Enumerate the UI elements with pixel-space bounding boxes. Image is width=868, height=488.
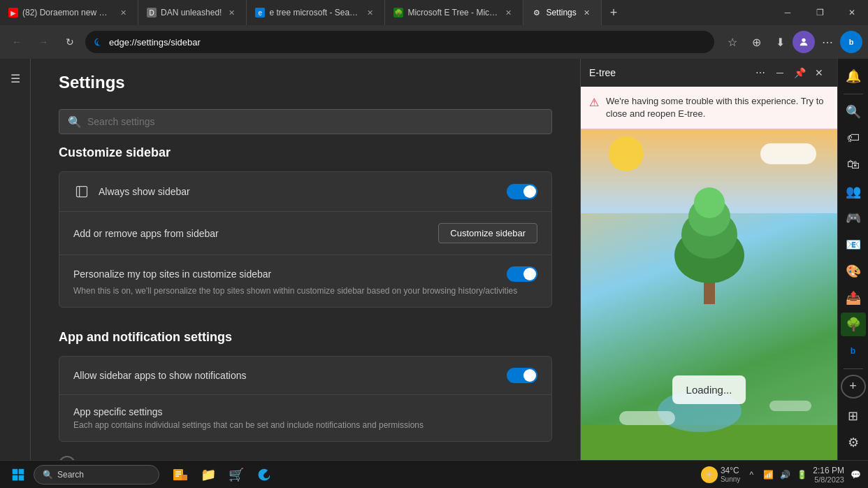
favorites-button[interactable]: ☆ [721, 31, 744, 53]
etree-error-text: We're having some trouble with this expe… [606, 95, 829, 120]
sidebar-icon-whiteboard[interactable]: 🎨 [841, 259, 866, 283]
tab-title-etree-search: e tree microsoft - Search [269, 8, 360, 17]
sidebar-icon-bing-chat[interactable]: b [841, 339, 866, 363]
tray-volume[interactable]: 🔊 [778, 468, 792, 482]
etree-more-button[interactable]: ⋯ [751, 63, 770, 82]
search-settings-bar[interactable]: 🔍 [59, 109, 552, 134]
weather-widget[interactable]: ☀ 34°C Sunny [701, 466, 740, 483]
sidebar-icon-games[interactable]: 🎮 [841, 206, 866, 230]
personalize-top-sites-label: Personalize my top sites in customize si… [73, 268, 507, 280]
sidebar-icon-collections[interactable]: 🏷 [841, 127, 866, 150]
allow-notifications-toggle[interactable] [507, 368, 537, 383]
collections-button[interactable]: ⊕ [745, 31, 767, 53]
tab-close-etree-search[interactable]: ✕ [364, 7, 376, 19]
expand-indicator: ○ [59, 456, 75, 460]
sidebar-divider-2 [844, 368, 863, 369]
tab-title-ms-etree: Microsoft E Tree - Micro... [407, 8, 498, 17]
sidebar-add-button[interactable]: + [841, 375, 866, 399]
more-options-button[interactable]: ⋯ [816, 31, 839, 53]
etree-pin-button[interactable]: 📌 [790, 63, 809, 82]
etree-error-icon: ⚠ [589, 96, 599, 109]
start-button[interactable] [6, 465, 31, 485]
always-show-sidebar-toggle[interactable] [507, 184, 537, 199]
weather-info: 34°C Sunny [721, 466, 740, 483]
downloads-button[interactable]: ⬇ [769, 31, 791, 53]
refresh-button[interactable]: ↻ [59, 31, 81, 53]
sidebar-icon-settings[interactable]: ⚙ [841, 431, 866, 454]
tab-settings[interactable]: ⚙ Settings ✕ [523, 0, 601, 25]
taskbar-app-folder[interactable]: 📁 [196, 465, 221, 485]
personalize-top-sites-sublabel: When this is on, we'll personalize the t… [73, 286, 517, 296]
forward-button[interactable]: → [32, 31, 55, 53]
nav-icons: ☆ ⊕ ⬇ ⋯ b [721, 31, 862, 53]
always-show-sidebar-label: Always show sidebar [99, 186, 507, 197]
tab-dan[interactable]: D DAN unleashed! ✕ [138, 0, 247, 25]
settings-menu-button[interactable]: ☰ [4, 67, 27, 89]
sidebar-icon-outlook[interactable]: 📧 [841, 233, 866, 257]
sidebar-icon-send[interactable]: 📤 [841, 286, 866, 310]
svg-point-7 [694, 187, 725, 218]
etree-header: E-tree ⋯ ─ 📌 ✕ [581, 59, 837, 87]
etree-sidebar-icon: 🌳 [846, 317, 861, 332]
tab-close-dan[interactable]: ✕ [226, 7, 238, 19]
clock-time: 2:16 PM [813, 466, 844, 475]
search-settings-input[interactable] [87, 116, 543, 127]
etree-minimize-button[interactable]: ─ [770, 63, 790, 82]
tab-close-ms-etree[interactable]: ✕ [502, 7, 514, 19]
sidebar-icon-grid[interactable]: ⊞ [841, 404, 866, 428]
sidebar-icon-people[interactable]: 👥 [841, 180, 866, 203]
bing-chat-sidebar-icon: b [851, 346, 855, 356]
taskbar-app-store[interactable]: 🛒 [224, 465, 249, 485]
tray-chevron[interactable]: ^ [744, 468, 758, 482]
tray-notifications[interactable]: 💬 [848, 468, 862, 482]
grid-icon: ⊞ [848, 408, 858, 424]
content-area: ☰ Settings 🔍 Customize sidebar Always sh… [0, 59, 868, 460]
address-bar[interactable]: edge://settings/sidebar [85, 31, 714, 53]
tab-bar: ▶ (82) Doraemon new mo... ✕ D DAN unleas… [0, 0, 868, 25]
always-show-sidebar-row: Always show sidebar [59, 172, 551, 212]
weather-icon: ☀ [701, 466, 718, 483]
tray-battery[interactable]: 🔋 [795, 468, 809, 482]
settings-main: Settings 🔍 Customize sidebar Always show… [31, 59, 580, 460]
taskbar-search-bar[interactable]: 🔍 Search [34, 465, 159, 485]
search-settings-container: 🔍 [59, 109, 552, 145]
edge-taskbar-icon [256, 467, 272, 482]
svg-rect-12 [173, 469, 183, 480]
new-tab-button[interactable]: + [602, 6, 626, 20]
tray-network[interactable]: 📶 [761, 468, 775, 482]
sidebar-icon-etree[interactable]: 🌳 [841, 313, 866, 336]
profile-button[interactable] [793, 31, 815, 53]
close-button[interactable]: ✕ [836, 0, 868, 25]
svg-rect-10 [13, 475, 18, 480]
customize-sidebar-button[interactable]: Customize sidebar [438, 223, 537, 243]
app-notification-title: App and notification settings [59, 330, 552, 345]
store-icon: 🛒 [229, 467, 244, 482]
app-notification-card: Allow sidebar apps to show notifications… [59, 356, 552, 442]
loading-text: Loading... [686, 384, 732, 396]
tab-close-settings[interactable]: ✕ [581, 7, 593, 19]
bing-button[interactable]: b [840, 31, 862, 53]
toggle-thumb [523, 185, 536, 198]
minimize-button[interactable]: ─ [772, 0, 804, 25]
people-sidebar-icon: 👥 [846, 184, 861, 199]
tab-close-youtube[interactable]: ✕ [117, 7, 129, 19]
settings-title: Settings [59, 73, 552, 92]
sidebar-icon-search[interactable]: 🔍 [841, 100, 866, 124]
tab-etree-search[interactable]: e e tree microsoft - Search ✕ [247, 0, 385, 25]
window-controls: ─ ❐ ✕ [772, 0, 868, 25]
tab-youtube[interactable]: ▶ (82) Doraemon new mo... ✕ [0, 0, 138, 25]
sidebar-icon-notifications[interactable]: 🔔 [841, 64, 866, 88]
back-button[interactable]: ← [6, 31, 28, 53]
taskbar-clock[interactable]: 2:16 PM 5/8/2023 [813, 466, 844, 484]
etree-error-banner: ⚠ We're having some trouble with this ex… [581, 87, 837, 129]
etree-close-button[interactable]: ✕ [809, 63, 829, 82]
clock-date: 5/8/2023 [813, 475, 844, 484]
sidebar-icon-shopping[interactable]: 🛍 [841, 153, 866, 177]
personalize-top-sites-toggle[interactable] [507, 266, 537, 282]
etree-panel-title: E-tree [589, 67, 751, 78]
add-remove-apps-label: Add or remove apps from sidebar [73, 228, 438, 239]
restore-button[interactable]: ❐ [804, 0, 836, 25]
taskbar-app-tool[interactable] [168, 465, 193, 485]
tab-ms-etree[interactable]: 🌳 Microsoft E Tree - Micro... ✕ [385, 0, 523, 25]
taskbar-app-edge[interactable] [252, 465, 277, 485]
